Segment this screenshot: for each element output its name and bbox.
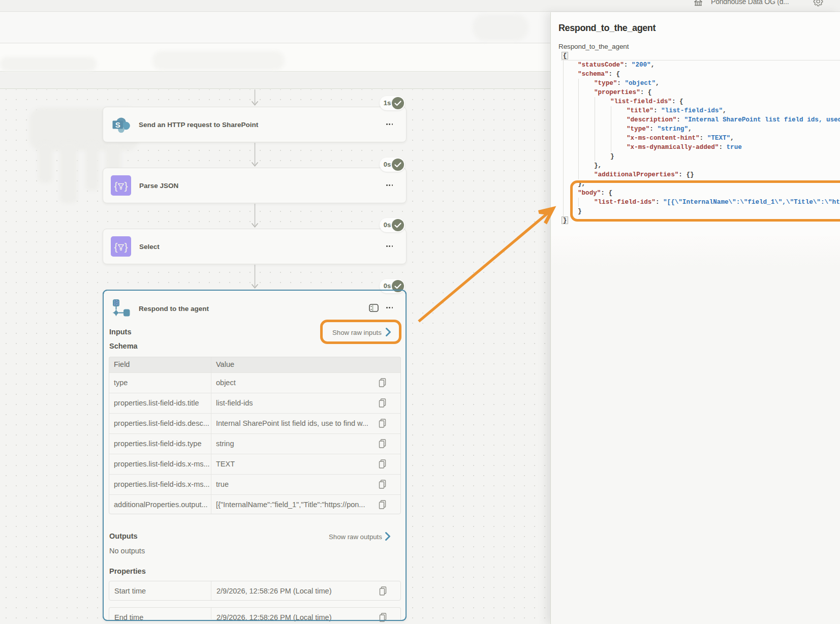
svg-text:}: }	[124, 241, 128, 253]
svg-text:S: S	[115, 120, 120, 129]
svg-text:{: {	[114, 180, 117, 192]
svg-text:}: }	[124, 180, 128, 192]
svg-text:{: {	[114, 241, 117, 253]
